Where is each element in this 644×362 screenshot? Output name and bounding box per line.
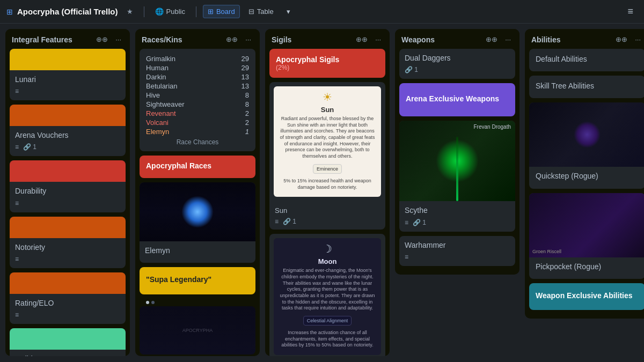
card-dual-daggers[interactable]: Dual Daggers 🔗 1 — [399, 49, 515, 79]
elemyn-glow — [181, 196, 214, 228]
scythe-meta: ≡ 🔗 1 — [405, 219, 510, 226]
weapons-more-button[interactable]: ··· — [503, 34, 513, 45]
card-sun[interactable]: ☀ Sun Radiant and powerful, those blesse… — [269, 82, 385, 230]
column-header-weapons: Weapons ⊕⊕ ··· — [395, 29, 519, 49]
column-header-integral: Integral Features ⊕⊕ ··· — [5, 29, 130, 49]
table-view-button[interactable]: ⊟ Table — [244, 5, 278, 18]
race-row-grimalkin: Grimalkin 29 — [146, 54, 249, 63]
card-color-bar-lunari — [10, 49, 126, 70]
card-title-vouchers: Arena Vouchers — [15, 130, 120, 140]
moon-desc-text: Enigmatic and ever-changing, the Moon's … — [278, 268, 377, 312]
sigils-more-button[interactable]: ··· — [373, 34, 383, 45]
race-row-sightweaver: Sightweaver 8 — [146, 100, 249, 109]
card-apocryphal-sigils[interactable]: Apocryphal Sigils (2%) — [269, 49, 385, 78]
sigil-red-title: Apocryphal Sigils — [276, 55, 379, 64]
pickpocket-bg-inner: Groen Riscell — [529, 193, 644, 257]
menu-icon: ≡ — [627, 6, 633, 17]
column-body-weapons: Dual Daggers 🔗 1 Arena Exclusive Weapons… — [395, 49, 519, 275]
board-view-icon: ⊞ — [208, 8, 214, 16]
card-skill-tree[interactable]: Skill Tree Abilities — [529, 76, 644, 98]
sigil-red-sub: (2%) — [276, 64, 379, 71]
race-count-revenant: 2 — [245, 109, 249, 117]
warhammer-body: Warhammer ≡ — [399, 236, 515, 266]
card-apocrypha-img[interactable]: APOCRYPHA — [140, 306, 255, 354]
card-apocryphal-races[interactable]: Apocryphal Races — [140, 156, 255, 178]
column-add-button[interactable]: ⊕⊕ — [94, 34, 110, 45]
races-more-button[interactable]: ··· — [243, 34, 253, 45]
card-title-notoriety: Notoriety — [15, 242, 120, 252]
card-scythe[interactable]: Frevan Drogath Scythe ≡ 🔗 1 — [399, 121, 515, 231]
quickstep-bg — [529, 102, 644, 167]
card-elemyn[interactable]: Elemyn — [140, 182, 255, 263]
races-add-button[interactable]: ⊕⊕ — [224, 34, 240, 45]
card-title-lunari: Lunari — [15, 75, 120, 84]
expand-views-button[interactable]: ▾ — [282, 5, 295, 18]
apocrypha-img-area: APOCRYPHA — [140, 306, 255, 354]
card-title-weapon-exclusive: Weapon Exclusive Abilities — [536, 291, 639, 300]
card-attach-vouchers: 🔗 1 — [23, 143, 36, 151]
card-durability[interactable]: Durability ≡ — [10, 160, 126, 212]
card-default-abilities[interactable]: Default Abilities — [529, 49, 644, 71]
card-color-bar-notoriety — [10, 217, 126, 238]
card-desc-durability: ≡ — [15, 200, 19, 207]
card-desc-notoriety: ≡ — [15, 255, 19, 263]
table-view-label: Table — [257, 8, 274, 16]
apocrypha-bg: APOCRYPHA — [140, 306, 255, 354]
abilities-more-button[interactable]: ··· — [633, 34, 643, 45]
card-supa-legendary[interactable]: "Supa Legendary" — [140, 267, 255, 294]
card-title-pickpocket: Pickpocket (Rogue) — [536, 262, 639, 271]
board-view-button[interactable]: ⊞ Board — [203, 5, 240, 18]
column-title-abilities: Abilities — [531, 35, 613, 44]
warhammer-desc-icon: ≡ — [405, 253, 408, 261]
column-actions: ⊕⊕ ··· — [94, 34, 123, 45]
pickpocket-bg: Groen Riscell — [529, 193, 644, 257]
abilities-add-button[interactable]: ⊕⊕ — [613, 34, 630, 45]
sigils-add-button[interactable]: ⊕⊕ — [354, 34, 370, 45]
race-count-hive: 8 — [245, 91, 249, 99]
card-title-durability: Durability — [15, 186, 120, 196]
race-row-volcani: Volcani 2 — [146, 118, 249, 127]
card-lunari[interactable]: Lunari ≡ — [10, 49, 126, 100]
card-title-supa-legendary: "Supa Legendary" — [146, 275, 249, 284]
sun-eminence-desc: 5% to 15% increased health and weapon da… — [278, 178, 377, 190]
race-row-elemyn: Elemyn 1 — [146, 127, 249, 136]
race-count-darkin: 13 — [241, 73, 249, 81]
card-arena-vouchers[interactable]: Arena Vouchers ≡ 🔗 1 — [10, 105, 126, 156]
weapons-add-button[interactable]: ⊕⊕ — [484, 34, 500, 45]
card-moon[interactable]: ☽ Moon Enigmatic and ever-changing, the … — [269, 234, 385, 356]
card-weapon-exclusive[interactable]: Weapon Exclusive Abilities — [529, 283, 644, 310]
card-notoriety[interactable]: Notoriety ≡ — [10, 217, 126, 268]
card-title-apocryphal-races: Apocryphal Races — [146, 161, 249, 171]
column-integral-features: Integral Features ⊕⊕ ··· Lunari ≡ — [5, 29, 130, 356]
column-header-races: Races/Kins ⊕⊕ ··· — [135, 29, 260, 49]
menu-button[interactable]: ≡ — [623, 4, 638, 19]
elemyn-bg — [140, 182, 255, 241]
sun-desc-text: Radiant and powerful, those blessed by t… — [278, 116, 377, 160]
quickstep-image-area — [529, 102, 644, 167]
card-rating[interactable]: Rating/ELO ≡ — [10, 272, 126, 324]
column-actions-sigils: ⊕⊕ ··· — [354, 34, 383, 45]
visibility-button[interactable]: 🌐 Public — [151, 5, 189, 18]
board-container: Integral Features ⊕⊕ ··· Lunari ≡ — [0, 24, 644, 362]
sun-card-footer: Sun ≡ 🔗 1 — [269, 201, 385, 230]
race-table-card[interactable]: Grimalkin 29 Human 29 Darkin 13 Betulari… — [140, 49, 255, 151]
dual-daggers-meta: 🔗 1 — [405, 66, 510, 73]
star-button[interactable]: ★ — [122, 5, 137, 18]
scythe-attach: 🔗 1 — [413, 219, 426, 226]
card-title-guilds: Guilds — [15, 354, 120, 356]
scythe-desc-icon: ≡ — [405, 219, 408, 226]
race-name-darkin: Darkin — [146, 73, 166, 81]
card-warhammer[interactable]: Warhammer ≡ — [399, 236, 515, 266]
npc-name-frevan: Frevan Drogath — [474, 124, 511, 130]
race-name-elemyn: Elemyn — [146, 128, 169, 136]
card-meta-notoriety: ≡ — [15, 255, 120, 263]
race-row-hive: Hive 8 — [146, 91, 249, 100]
race-count-sightweaver: 8 — [245, 100, 249, 108]
moon-card-inner: ☽ Moon Enigmatic and ever-changing, the … — [274, 238, 381, 355]
column-more-button[interactable]: ··· — [113, 34, 123, 45]
card-pickpocket[interactable]: Groen Riscell Pickpocket (Rogue) — [529, 193, 644, 279]
card-arena-exclusive[interactable]: Arena Exclusive Weapons — [399, 83, 515, 116]
card-quickstep[interactable]: Quickstep (Rogue) — [529, 102, 644, 188]
card-guilds[interactable]: Guilds ≡ — [10, 328, 126, 356]
moon-symbol-icon: ☽ — [278, 242, 377, 255]
